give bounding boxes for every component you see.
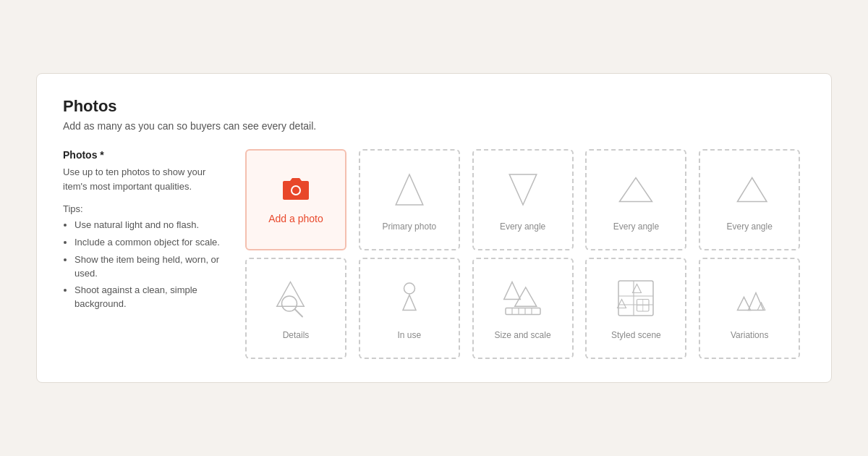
- in-use-icon: [388, 276, 431, 320]
- svg-marker-11: [503, 282, 520, 300]
- section-label: Photos *: [63, 149, 222, 161]
- svg-marker-5: [738, 178, 767, 202]
- svg-marker-12: [514, 287, 536, 306]
- every-angle-3-cell[interactable]: Every angle: [699, 149, 800, 250]
- add-photo-label: Add a photo: [268, 213, 323, 224]
- size-scale-label: Size and scale: [495, 330, 551, 340]
- every-angle-3-label: Every angle: [727, 221, 773, 232]
- details-cell[interactable]: Details: [245, 258, 346, 359]
- tip-item: Include a common object for scale.: [75, 236, 222, 250]
- every-angle-1-icon: [501, 168, 545, 211]
- svg-marker-10: [403, 295, 416, 311]
- photos-card: Photos Add as many as you can so buyers …: [36, 73, 832, 383]
- details-label: Details: [283, 330, 310, 340]
- styled-scene-label: Styled scene: [611, 330, 661, 340]
- photo-grid-area: Add a photo Primary photo Every angle: [245, 149, 805, 359]
- in-use-label: In use: [397, 330, 421, 340]
- variations-label: Variations: [731, 330, 768, 340]
- svg-rect-13: [506, 308, 540, 315]
- tips-label: Tips:: [63, 203, 222, 214]
- every-angle-1-label: Every angle: [500, 221, 545, 232]
- svg-marker-28: [749, 293, 764, 311]
- every-angle-3-icon: [728, 168, 771, 211]
- svg-marker-4: [620, 178, 652, 202]
- tip-item: Use natural light and no flash.: [75, 219, 222, 232]
- primary-photo-label: Primary photo: [382, 221, 436, 232]
- camera-icon: [281, 175, 310, 207]
- primary-photo-icon: [388, 168, 431, 211]
- add-photo-button[interactable]: Add a photo: [245, 149, 346, 250]
- tip-item: Show the item being held, worn, or used.: [75, 253, 222, 281]
- svg-marker-6: [277, 282, 305, 307]
- styled-scene-icon: [614, 276, 658, 320]
- every-angle-2-cell[interactable]: Every angle: [585, 149, 686, 250]
- size-scale-cell[interactable]: Size and scale: [472, 258, 574, 359]
- left-panel: Photos * Use up to ten photos to show yo…: [63, 149, 222, 359]
- primary-photo-cell[interactable]: Primary photo: [359, 149, 460, 250]
- every-angle-2-icon: [614, 168, 658, 211]
- variations-cell[interactable]: Variations: [699, 258, 800, 359]
- svg-marker-2: [396, 174, 423, 205]
- content-area: Photos * Use up to ten photos to show yo…: [63, 149, 805, 359]
- svg-line-8: [295, 309, 303, 317]
- card-title: Photos: [63, 97, 805, 116]
- section-desc: Use up to ten photos to show your item's…: [63, 165, 222, 193]
- styled-scene-cell[interactable]: Styled scene: [585, 258, 686, 359]
- every-angle-2-label: Every angle: [613, 221, 659, 232]
- size-scale-icon: [501, 276, 545, 320]
- in-use-cell[interactable]: In use: [359, 258, 460, 359]
- svg-point-9: [404, 283, 414, 294]
- every-angle-1-cell[interactable]: Every angle: [472, 149, 574, 250]
- svg-marker-3: [509, 174, 537, 205]
- card-subtitle: Add as many as you can so buyers can see…: [63, 120, 805, 132]
- variations-icon: [728, 276, 771, 320]
- photo-grid: Add a photo Primary photo Every angle: [245, 149, 805, 359]
- tip-item: Shoot against a clean, simple background…: [75, 284, 222, 311]
- details-icon: [274, 276, 318, 320]
- svg-marker-27: [738, 297, 751, 311]
- svg-point-1: [292, 187, 299, 194]
- tips-list: Use natural light and no flash. Include …: [63, 219, 222, 311]
